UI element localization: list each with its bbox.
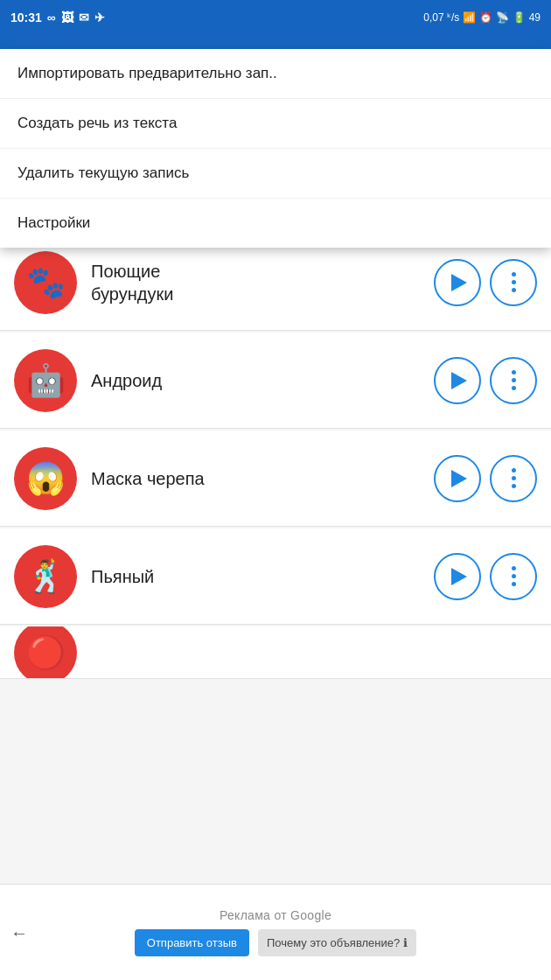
- play-button-drunk[interactable]: [434, 553, 481, 600]
- status-bar: 10:31 ∞ 🖼 ✉ ✈ 0,07 ᵏ/s 📶 ⏰ 📡 🔋 49: [0, 0, 551, 35]
- actions-chipmunks: [434, 259, 537, 306]
- why-button[interactable]: Почему это объявление? ℹ: [258, 929, 416, 956]
- telegram-icon: ✈: [94, 10, 105, 24]
- actions-skull: [434, 455, 537, 502]
- play-button-skull[interactable]: [434, 455, 481, 502]
- infinity-icon: ∞: [47, 10, 56, 24]
- status-right: 0,07 ᵏ/s 📶 ⏰ 📡 🔋 49: [423, 11, 541, 24]
- signal-icon: 📶: [463, 11, 476, 24]
- play-icon: [451, 568, 467, 585]
- title-chipmunks: Поющиебурундуки: [91, 260, 434, 305]
- battery: 🔋 49: [513, 11, 541, 24]
- menu-item-settings[interactable]: Настройки: [0, 199, 551, 248]
- play-icon: [451, 274, 467, 291]
- info-icon: ℹ: [403, 936, 408, 949]
- more-icon: [512, 468, 516, 488]
- play-button-android[interactable]: [434, 357, 481, 404]
- feedback-button[interactable]: Отправить отзыв: [135, 929, 249, 956]
- more-button-skull[interactable]: [490, 455, 537, 502]
- more-button-android[interactable]: [490, 357, 537, 404]
- play-button-chipmunks[interactable]: [434, 259, 481, 306]
- avatar-android: 🤖: [14, 349, 77, 412]
- more-icon: [512, 566, 516, 586]
- wifi-icon: 📡: [496, 11, 509, 24]
- list-item-android: 🤖 Андроид: [0, 332, 551, 429]
- list-item-chipmunks: 🐾 Поющиебурундуки: [0, 234, 551, 331]
- more-icon: [512, 370, 516, 390]
- play-icon: [451, 470, 467, 487]
- back-arrow[interactable]: ←: [10, 922, 28, 942]
- play-icon: [451, 372, 467, 389]
- menu-item-delete[interactable]: Удалить текущую запись: [0, 149, 551, 199]
- title-drunk: Пьяный: [91, 565, 434, 588]
- avatar-partial-bottom: 🔴: [14, 626, 77, 679]
- menu-item-import[interactable]: Импортировать предварительно зап..: [0, 49, 551, 99]
- title-android: Андроид: [91, 369, 434, 392]
- more-button-chipmunks[interactable]: [490, 259, 537, 306]
- speed: 0,07 ᵏ/s: [423, 11, 459, 24]
- alarm-icon: ⏰: [479, 11, 492, 24]
- list-item-drunk: 🕺 Пьяный: [0, 528, 551, 625]
- time: 10:31: [10, 10, 42, 24]
- avatar-drunk: 🕺: [14, 545, 77, 608]
- ad-label: Реклама от Google: [220, 908, 331, 922]
- avatar-skull: 😱: [14, 447, 77, 510]
- ad-bar: ← Реклама от Google Отправить отзыв Поче…: [0, 884, 551, 980]
- avatar-chipmunks: 🐾: [14, 251, 77, 314]
- more-icon: [512, 272, 516, 292]
- menu-item-create-speech[interactable]: Создать речь из текста: [0, 99, 551, 149]
- sms-icon: ✉: [79, 10, 89, 24]
- ad-bottom-row: Отправить отзыв Почему это объявление? ℹ: [135, 929, 416, 956]
- why-label: Почему это объявление?: [267, 936, 400, 949]
- more-button-drunk[interactable]: [490, 553, 537, 600]
- list-item-partial-bottom: 🔴: [0, 626, 551, 679]
- image-icon: 🖼: [61, 10, 73, 24]
- actions-drunk: [434, 553, 537, 600]
- actions-android: [434, 357, 537, 404]
- status-left: 10:31 ∞ 🖼 ✉ ✈: [10, 10, 105, 24]
- list-item-skull-mask: 😱 Маска черепа: [0, 430, 551, 527]
- title-skull: Маска черепа: [91, 467, 434, 490]
- dropdown-menu: Импортировать предварительно зап.. Созда…: [0, 49, 551, 248]
